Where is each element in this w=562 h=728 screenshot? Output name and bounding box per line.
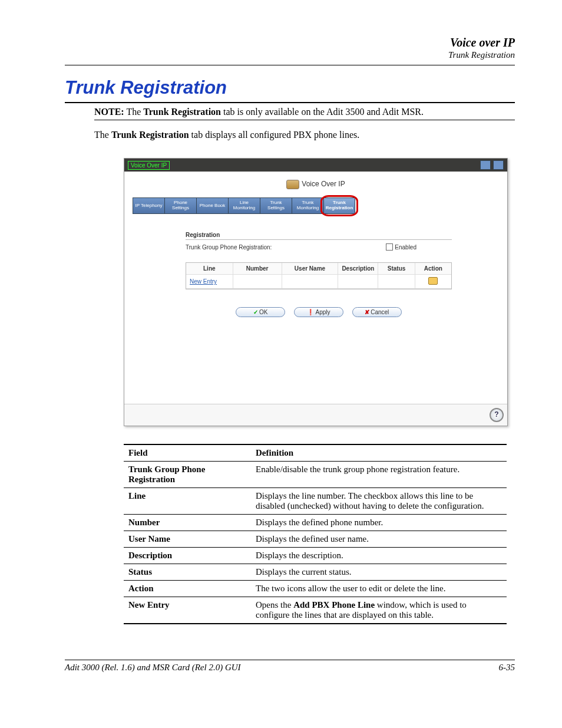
new-entry-link[interactable]: New Entry: [186, 275, 233, 289]
tab-trunk-monitoring[interactable]: Trunk Monitoring: [292, 197, 323, 214]
col-number: Number: [233, 263, 282, 275]
registration-table: Line Number User Name Description Status…: [186, 262, 452, 289]
header-section: Voice over IP: [65, 35, 515, 50]
cancel-button[interactable]: ✘Cancel: [352, 307, 402, 317]
tab-phone-book[interactable]: Phone Book: [196, 197, 228, 214]
window-titlebar: Voice Over IP: [124, 159, 507, 172]
tab-bar: IP Telephony Phone Settings Phone Book L…: [133, 197, 499, 214]
intro-text: The Trunk Registration tab displays all …: [94, 130, 515, 140]
tab-phone-settings[interactable]: Phone Settings: [164, 197, 196, 214]
note-strong: Trunk Registration: [143, 107, 221, 117]
footer-left: Adit 3000 (Rel. 1.6) and MSR Card (Rel 2…: [65, 663, 241, 673]
tab-line-monitoring[interactable]: Line Monitoring: [228, 197, 260, 214]
bottom-divider: [65, 660, 515, 660]
top-divider: [65, 65, 515, 65]
def-row: Line Displays the line number. The check…: [124, 488, 507, 515]
note-divider: [94, 120, 515, 120]
table-row-new: New Entry: [186, 275, 451, 289]
def-header-field: Field: [124, 444, 251, 462]
def-row: Number Displays the defined phone number…: [124, 515, 507, 531]
footer-right: 6-35: [499, 663, 515, 673]
note-text-before: The: [124, 107, 144, 117]
tab-ip-telephony[interactable]: IP Telephony: [133, 197, 164, 214]
def-row: User Name Displays the defined user name…: [124, 531, 507, 548]
def-row: Status Displays the current status.: [124, 564, 507, 581]
title-divider: [65, 102, 515, 103]
titlebar-icon-1[interactable]: [480, 160, 491, 170]
def-row: Action The two icons allow the user to e…: [124, 581, 507, 597]
panel-footer: ?: [124, 404, 507, 426]
note-prefix: NOTE:: [94, 107, 124, 117]
col-status: Status: [378, 263, 415, 275]
def-row-new-entry: New Entry Opens the Add PBX Phone Line w…: [124, 597, 507, 624]
apply-button[interactable]: ❗Apply: [294, 307, 343, 317]
enabled-checkbox[interactable]: [386, 243, 393, 251]
note-block: NOTE: The Trunk Registration tab is only…: [94, 107, 515, 117]
header-subsection: Trunk Registration: [65, 50, 515, 60]
col-description: Description: [338, 263, 378, 275]
window-title: Voice Over IP: [128, 161, 170, 170]
col-username: User Name: [282, 263, 339, 275]
def-row: Description Displays the description.: [124, 548, 507, 564]
note-text-after: tab is only available on the Adit 3500 a…: [221, 107, 424, 117]
page-title: Trunk Registration: [65, 77, 515, 98]
add-icon[interactable]: [428, 277, 438, 285]
enabled-checkbox-label: Enabled: [395, 244, 416, 251]
help-icon[interactable]: ?: [490, 408, 504, 422]
definitions-table: Field Definition Trunk Group Phone Regis…: [124, 444, 507, 624]
voip-icon: [286, 180, 299, 189]
col-action: Action: [415, 263, 451, 275]
def-row: Trunk Group Phone Registration Enable/di…: [124, 462, 507, 488]
screenshot-panel: Voice Over IP Voice Over IP IP Telephony…: [124, 158, 508, 426]
ok-button[interactable]: ✓OK: [236, 307, 285, 317]
def-header-def: Definition: [251, 444, 507, 462]
tab-trunk-settings[interactable]: Trunk Settings: [260, 197, 292, 214]
panel-heading: Voice Over IP: [133, 180, 499, 189]
titlebar-icon-2[interactable]: [493, 160, 504, 170]
registration-label: Trunk Group Phone Registration:: [186, 244, 386, 251]
tab-trunk-registration[interactable]: Trunk Registration: [323, 197, 355, 214]
col-line: Line: [186, 263, 233, 275]
registration-section-title: Registration: [186, 232, 452, 240]
